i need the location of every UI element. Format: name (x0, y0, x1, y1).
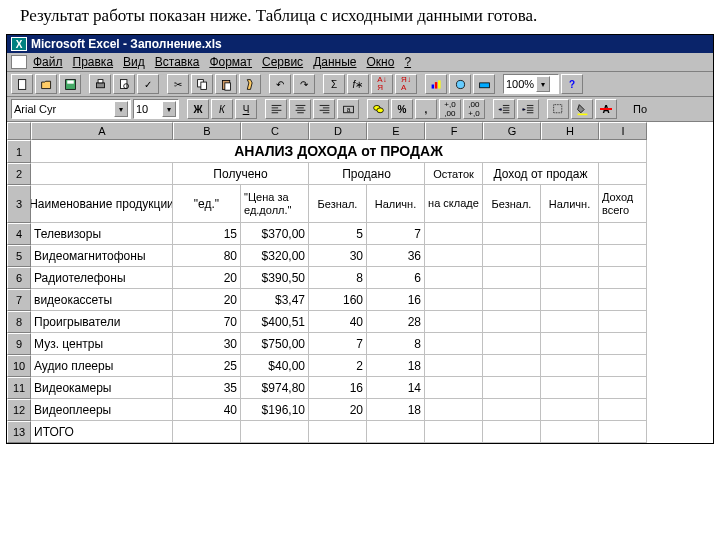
autosum-button[interactable]: Σ (323, 74, 345, 94)
row-header[interactable]: 5 (7, 245, 31, 267)
cell[interactable]: 20 (309, 399, 367, 421)
cell[interactable] (425, 333, 483, 355)
menu-insert[interactable]: Вставка (155, 55, 200, 69)
cell[interactable] (483, 267, 541, 289)
row-header[interactable]: 1 (7, 140, 31, 163)
menu-help[interactable]: ? (404, 55, 411, 69)
function-button[interactable]: f∗ (347, 74, 369, 94)
col-header[interactable]: C (241, 122, 309, 140)
dec-indent-button[interactable] (493, 99, 515, 119)
cell[interactable] (425, 355, 483, 377)
cell[interactable]: 80 (173, 245, 241, 267)
menu-data[interactable]: Данные (313, 55, 356, 69)
cell[interactable] (599, 421, 647, 443)
print-button[interactable] (89, 74, 111, 94)
col-header[interactable]: E (367, 122, 425, 140)
cell[interactable]: Телевизоры (31, 223, 173, 245)
col-header[interactable]: H (541, 122, 599, 140)
cell[interactable]: Проигрыватели (31, 311, 173, 333)
col-header[interactable]: D (309, 122, 367, 140)
italic-button[interactable]: К (211, 99, 233, 119)
cell[interactable] (483, 223, 541, 245)
cell[interactable]: ИТОГО (31, 421, 173, 443)
undo-button[interactable]: ↶ (269, 74, 291, 94)
cell[interactable]: 16 (367, 289, 425, 311)
cell[interactable]: 40 (173, 399, 241, 421)
cell[interactable] (599, 355, 647, 377)
spell-button[interactable]: ✓ (137, 74, 159, 94)
cell[interactable]: $370,00 (241, 223, 309, 245)
cell[interactable]: на складе (425, 185, 483, 223)
cut-button[interactable]: ✂ (167, 74, 189, 94)
cell[interactable]: $974,80 (241, 377, 309, 399)
cell[interactable]: 30 (173, 333, 241, 355)
cell[interactable] (425, 245, 483, 267)
row-header[interactable]: 10 (7, 355, 31, 377)
row-header[interactable]: 12 (7, 399, 31, 421)
col-header[interactable]: G (483, 122, 541, 140)
col-header[interactable]: I (599, 122, 647, 140)
cell[interactable]: Видеоплееры (31, 399, 173, 421)
menu-view[interactable]: Вид (123, 55, 145, 69)
save-button[interactable] (59, 74, 81, 94)
cell[interactable] (483, 421, 541, 443)
cell[interactable] (541, 355, 599, 377)
cell[interactable]: 25 (173, 355, 241, 377)
inc-indent-button[interactable] (517, 99, 539, 119)
sort-desc-button[interactable]: Я↓А (395, 74, 417, 94)
merge-center-button[interactable]: a (337, 99, 359, 119)
cell[interactable] (541, 267, 599, 289)
menu-format[interactable]: Формат (209, 55, 252, 69)
cell[interactable]: 7 (367, 223, 425, 245)
menu-file[interactable]: Файл (33, 55, 63, 69)
cell[interactable]: 18 (367, 355, 425, 377)
paste-button[interactable] (215, 74, 237, 94)
row-header[interactable]: 2 (7, 163, 31, 185)
cell[interactable]: 6 (367, 267, 425, 289)
cell[interactable] (31, 163, 173, 185)
font-combo[interactable]: Arial Cyr (11, 99, 131, 119)
row-header[interactable]: 4 (7, 223, 31, 245)
cell[interactable] (599, 377, 647, 399)
cell[interactable]: $40,00 (241, 355, 309, 377)
cell[interactable]: Безнал. (309, 185, 367, 223)
help-button[interactable]: ? (561, 74, 583, 94)
cell[interactable]: Видеомагнитофоны (31, 245, 173, 267)
cell[interactable] (483, 311, 541, 333)
cell[interactable] (599, 163, 647, 185)
cell[interactable] (599, 399, 647, 421)
cell[interactable] (483, 355, 541, 377)
cell[interactable]: Получено (173, 163, 309, 185)
cell[interactable] (425, 223, 483, 245)
cell[interactable]: Безнал. (483, 185, 541, 223)
cell[interactable]: 30 (309, 245, 367, 267)
cell[interactable] (241, 421, 309, 443)
chart-button[interactable] (425, 74, 447, 94)
cell[interactable] (483, 245, 541, 267)
cell[interactable]: Наличн. (367, 185, 425, 223)
col-header[interactable]: F (425, 122, 483, 140)
preview-button[interactable] (113, 74, 135, 94)
cell[interactable]: 5 (309, 223, 367, 245)
cell[interactable]: 20 (173, 289, 241, 311)
cell[interactable] (541, 421, 599, 443)
cell[interactable] (541, 289, 599, 311)
format-painter-button[interactable] (239, 74, 261, 94)
select-all-corner[interactable] (7, 122, 31, 140)
col-header[interactable]: B (173, 122, 241, 140)
cell[interactable]: $196,10 (241, 399, 309, 421)
row-header[interactable]: 6 (7, 267, 31, 289)
cell[interactable] (541, 245, 599, 267)
cell[interactable]: 40 (309, 311, 367, 333)
cell[interactable]: Аудио плееры (31, 355, 173, 377)
cell[interactable] (541, 333, 599, 355)
cell[interactable] (599, 267, 647, 289)
bold-button[interactable]: Ж (187, 99, 209, 119)
cell[interactable]: Радиотелефоны (31, 267, 173, 289)
cell[interactable] (309, 421, 367, 443)
cell[interactable]: $320,00 (241, 245, 309, 267)
zoom-combo[interactable]: 100% (503, 74, 559, 94)
row-header[interactable]: 3 (7, 185, 31, 223)
sort-asc-button[interactable]: А↓Я (371, 74, 393, 94)
row-header[interactable]: 9 (7, 333, 31, 355)
